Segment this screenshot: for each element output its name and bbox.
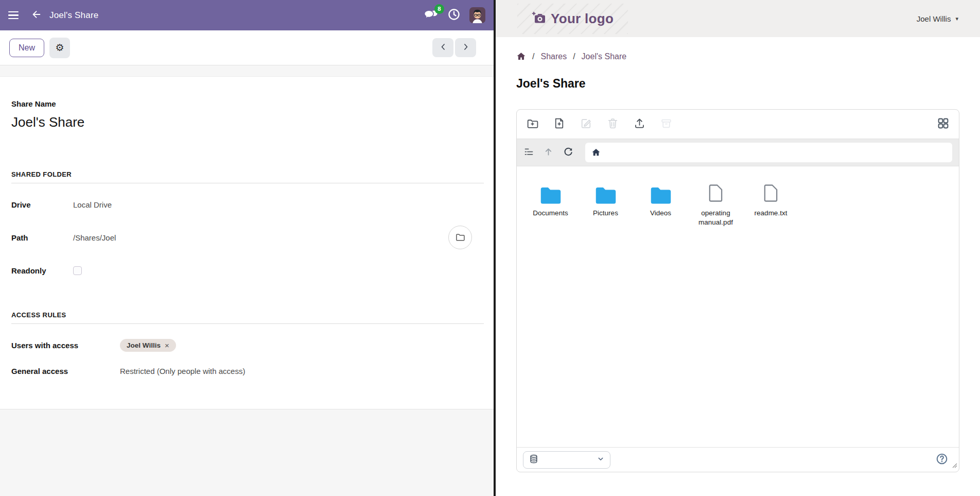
clock-icon xyxy=(447,8,461,23)
readonly-label: Readonly xyxy=(11,266,73,275)
grid-view-icon xyxy=(937,117,950,131)
window-title: Joel's Share xyxy=(49,10,98,21)
rename-button[interactable] xyxy=(580,117,592,131)
browse-folder-button[interactable] xyxy=(448,226,472,249)
back-button[interactable] xyxy=(31,9,42,22)
tree-list-icon xyxy=(523,146,534,159)
users-with-access-row: Users with access Joel Willis × xyxy=(11,337,483,353)
chevron-right-icon xyxy=(461,42,471,54)
page-title: Joel's Share xyxy=(516,77,959,91)
drive-value[interactable]: Local Drive xyxy=(73,200,112,209)
record-pager xyxy=(432,38,476,57)
share-name-value[interactable]: Joel's Share xyxy=(11,114,483,130)
refresh-button[interactable] xyxy=(563,146,574,159)
file-browser-statusbar xyxy=(517,447,959,472)
delete-button[interactable] xyxy=(606,117,619,131)
messages-count-badge: 8 xyxy=(434,4,444,14)
file-item-videos[interactable]: Videos xyxy=(633,174,688,230)
readonly-field-row: Readonly xyxy=(11,263,483,278)
general-access-row: General access Restricted (Only people w… xyxy=(11,363,483,379)
path-field-row: Path /Shares/Joel xyxy=(11,226,483,249)
drive-field-row: Drive Local Drive xyxy=(11,197,483,212)
remove-tag-icon[interactable]: × xyxy=(165,341,169,349)
breadcrumb-separator: / xyxy=(573,52,575,61)
general-access-value[interactable]: Restricted (Only people with access) xyxy=(120,367,245,375)
caret-down-icon: ▾ xyxy=(955,15,958,22)
folder-blue-icon xyxy=(540,177,562,204)
help-button[interactable] xyxy=(935,452,949,467)
user-tag[interactable]: Joel Willis × xyxy=(120,339,176,352)
messages-button[interactable]: 8 xyxy=(423,8,439,23)
backend-window: Joel's Share 8 xyxy=(0,0,494,496)
company-logo[interactable]: Your logo xyxy=(517,4,628,34)
form-sheet: Share Name Joel's Share SHARED FOLDER Dr… xyxy=(0,76,494,409)
upload-button[interactable] xyxy=(633,117,646,131)
question-circle-icon xyxy=(935,452,949,467)
breadcrumb: / Shares / Joel's Share xyxy=(516,52,959,61)
logo-text: Your logo xyxy=(551,11,614,27)
file-item-pictures[interactable]: Pictures xyxy=(578,174,633,230)
folder-plus-icon xyxy=(526,117,539,131)
shared-folder-section-heading: SHARED FOLDER xyxy=(11,170,484,183)
home-breadcrumb-icon[interactable] xyxy=(516,52,526,61)
drive-label: Drive xyxy=(11,200,73,209)
home-path-icon[interactable] xyxy=(591,148,601,157)
hamburger-menu-icon[interactable] xyxy=(8,11,19,20)
top-navbar: Joel's Share 8 xyxy=(0,0,494,30)
go-up-button[interactable] xyxy=(543,146,554,159)
chevron-left-icon xyxy=(438,42,448,54)
systray: 8 xyxy=(423,7,485,23)
access-rules-section-heading: ACCESS RULES xyxy=(11,311,484,324)
address-bar[interactable] xyxy=(585,143,952,162)
activities-button[interactable] xyxy=(447,8,461,23)
refresh-icon xyxy=(563,146,574,159)
file-plus-icon xyxy=(553,117,566,131)
pencil-square-icon xyxy=(580,117,592,131)
user-avatar[interactable] xyxy=(469,7,485,23)
grid-view-button[interactable] xyxy=(937,117,950,131)
readonly-checkbox[interactable] xyxy=(73,266,82,275)
database-icon xyxy=(529,454,539,466)
breadcrumb-shares-link[interactable]: Shares xyxy=(540,52,567,61)
user-menu-label: Joel Willis xyxy=(917,14,951,23)
portal-main: / Shares / Joel's Share Joel's Share xyxy=(496,37,980,496)
file-browser-panel: Documents Pictures Videos xyxy=(516,109,959,472)
resize-handle[interactable] xyxy=(952,461,957,470)
file-document-icon xyxy=(708,177,724,204)
storage-select[interactable] xyxy=(523,451,610,469)
file-document-icon xyxy=(763,177,779,204)
gear-icon: ⚙ xyxy=(55,42,64,54)
file-navbar xyxy=(517,139,959,166)
user-tag-label: Joel Willis xyxy=(127,341,161,349)
gear-button[interactable]: ⚙ xyxy=(49,38,70,58)
portal-window: Your logo Joel Willis ▾ / Shares / Joel'… xyxy=(496,0,980,496)
archive-box-icon xyxy=(660,117,673,131)
file-item-operating-manual-pdf[interactable]: operating manual.pdf xyxy=(688,174,743,230)
share-name-label: Share Name xyxy=(11,99,483,108)
tree-view-button[interactable] xyxy=(523,146,534,159)
upload-icon xyxy=(633,117,646,131)
path-input[interactable] xyxy=(606,148,946,157)
trash-icon xyxy=(606,117,619,131)
chevron-down-icon xyxy=(597,455,605,465)
folder-blue-icon xyxy=(595,177,617,204)
path-value[interactable]: /Shares/Joel xyxy=(73,233,116,242)
file-item-documents[interactable]: Documents xyxy=(523,174,578,230)
breadcrumb-current[interactable]: Joel's Share xyxy=(582,52,627,61)
back-arrow-icon xyxy=(31,9,42,22)
pager-next-button[interactable] xyxy=(455,38,476,57)
pager-previous-button[interactable] xyxy=(432,38,453,57)
file-item-readme-txt[interactable]: readme.txt xyxy=(743,174,798,230)
file-grid: Documents Pictures Videos xyxy=(517,166,959,447)
folder-icon xyxy=(455,232,465,244)
archive-button[interactable] xyxy=(660,117,673,131)
new-button[interactable]: New xyxy=(9,39,44,57)
general-access-label: General access xyxy=(11,367,120,375)
new-folder-button[interactable] xyxy=(526,117,539,131)
file-toolbar xyxy=(517,110,959,139)
user-menu[interactable]: Joel Willis ▾ xyxy=(917,14,958,23)
breadcrumb-separator: / xyxy=(532,52,534,61)
arrow-up-icon xyxy=(543,146,554,159)
new-file-button[interactable] xyxy=(553,117,566,131)
control-panel: New ⚙ xyxy=(0,30,494,65)
